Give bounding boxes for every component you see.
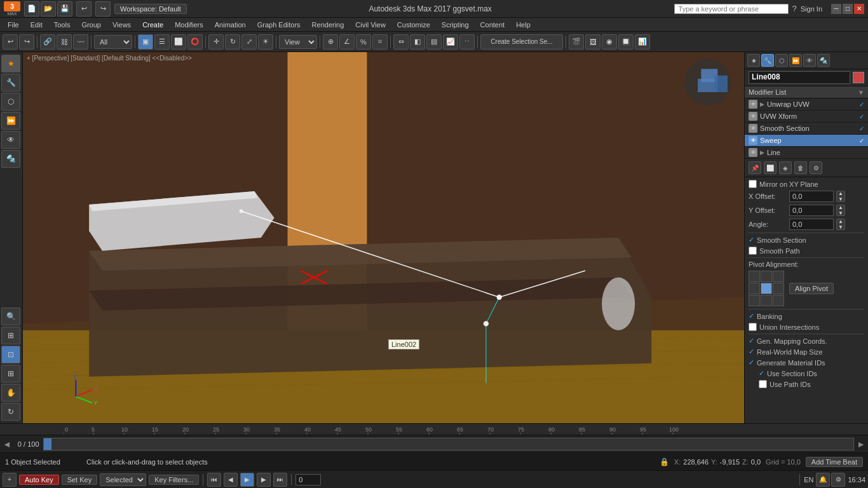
menu-content[interactable]: Content [475,20,510,30]
utilities-panel-icon[interactable]: 🔩 [817,54,830,67]
modifier-unwrap-uvw[interactable]: 👁 ▶ Unwrap UVW ✓ [745,98,868,111]
place-highlight-btn[interactable]: ☀ [258,34,273,50]
configure-modifier-sets-btn[interactable]: ⚙ [810,161,822,174]
gen-material-ids-label[interactable]: Generate Material IDs [757,359,825,367]
banking-label[interactable]: Banking [757,313,782,320]
mirror-btn[interactable]: ⇔ [393,34,409,50]
time-slider-track[interactable] [43,438,855,451]
modifier-uvw-xform[interactable]: 👁 UVW Xform ✓ [745,111,868,123]
material-editor-btn[interactable]: 🔲 [618,34,634,50]
menu-customize[interactable]: Customize [392,20,435,30]
tray-icon-1[interactable]: 🔔 [816,473,830,487]
object-color-swatch[interactable] [853,72,864,83]
add-keys-btn[interactable]: + [3,473,17,487]
render-explorer-btn[interactable]: 📊 [635,34,650,50]
make-unique-btn[interactable]: ◈ [779,161,792,174]
menu-group[interactable]: Group [76,20,106,30]
align-btn[interactable]: ◧ [410,34,425,50]
union-intersections-checkbox[interactable] [749,323,757,331]
menu-file[interactable]: File [3,20,24,30]
time-arrow-left[interactable]: ◄ [0,439,14,449]
align-pivot-btn[interactable]: Align Pivot [789,283,834,294]
real-world-label[interactable]: Real-World Map Size [757,348,823,356]
active-shade-btn[interactable]: ◉ [602,34,617,50]
modify-panel-icon[interactable]: 🔧 [761,54,774,67]
smooth-path-checkbox[interactable] [749,247,757,255]
hierarchy-panel-icon[interactable]: ⬡ [775,54,788,67]
align-bc[interactable] [761,295,772,306]
percent-snap-btn[interactable]: % [356,34,371,50]
menu-tools[interactable]: Tools [49,20,76,30]
use-section-ids-label[interactable]: Use Section IDs [767,370,817,377]
redo-tb-btn[interactable]: ↪ [19,34,34,50]
x-offset-input[interactable] [789,191,834,202]
snap-toggle-btn[interactable]: ⊕ [323,34,338,50]
angle-input[interactable] [789,219,834,230]
object-name-input[interactable]: Line008 [749,71,850,84]
help-icon[interactable]: ? [792,4,797,13]
spinner-snap-btn[interactable]: ⌗ [372,34,388,50]
modifier-eye-3[interactable]: 👁 [749,136,757,145]
search-input[interactable] [674,4,789,14]
auto-key-btn[interactable]: Auto Key [19,475,59,485]
use-path-ids-checkbox[interactable] [759,380,767,388]
align-tc[interactable] [761,271,772,282]
zoom-region-btn[interactable]: ⊞ [1,365,20,383]
go-start-btn[interactable]: ⏮ [207,473,221,487]
zoom-btn[interactable]: 🔍 [1,308,20,325]
zoom-all-btn[interactable]: ⊞ [1,327,20,344]
set-key-filter-dropdown[interactable]: Selected [100,473,146,486]
go-end-btn[interactable]: ⏭ [273,473,287,487]
menu-help[interactable]: Help [511,20,536,30]
filter-dropdown[interactable]: All [94,35,132,49]
menu-create[interactable]: Create [137,20,168,30]
smooth-section-label[interactable]: Smooth Section [757,236,806,244]
modifier-eye-1[interactable]: 👁 [749,112,757,121]
pin-stack-btn[interactable]: 📌 [749,161,761,174]
add-time-beat-btn[interactable]: Add Time Beat [806,457,863,467]
zoom-extents-btn[interactable]: ⊡ [1,346,20,363]
select-move-btn[interactable]: ✛ [208,34,224,50]
undo-btn[interactable]: ↩ [76,1,92,17]
rect-select-btn[interactable]: ⬜ [171,34,186,50]
create-panel-btn[interactable]: ★ [1,55,20,72]
motion-panel-icon[interactable]: ⏩ [789,54,802,67]
y-offset-spinner[interactable]: ▲▼ [836,205,845,216]
schematic-btn[interactable]: ⋅⋅ [459,34,475,50]
selection-set-dropdown[interactable]: Create Selection Se... [480,34,563,50]
menu-civil-view[interactable]: Civil View [350,20,390,30]
align-tr[interactable] [773,271,784,282]
menu-scripting[interactable]: Scripting [437,20,474,30]
utilities-panel-btn[interactable]: 🔩 [1,150,20,168]
close-btn[interactable]: ✕ [854,4,864,14]
create-panel-icon[interactable]: ★ [747,54,760,67]
align-bl[interactable] [749,295,760,306]
menu-animation[interactable]: Animation [210,20,251,30]
curve-editor-btn[interactable]: 📈 [443,34,458,50]
scale-btn[interactable]: ⤢ [241,34,257,50]
modifier-eye-0[interactable]: 👁 [749,100,757,109]
link-btn[interactable]: 🔗 [40,34,55,50]
layer-manager-btn[interactable]: ▤ [426,34,442,50]
unlink-btn[interactable]: ⛓ [57,34,72,50]
gen-mapping-label[interactable]: Gen. Mapping Coords. [757,337,827,345]
mirror-xy-checkbox[interactable] [749,180,757,188]
menu-rendering[interactable]: Rendering [307,20,349,30]
y-offset-input[interactable] [789,205,834,216]
rotate-btn[interactable]: ↻ [225,34,240,50]
hierarchy-panel-btn[interactable]: ⬡ [1,93,20,111]
open-file-btn[interactable]: 📂 [41,1,56,17]
motion-panel-btn[interactable]: ⏩ [1,112,20,130]
pan-btn[interactable]: ✋ [1,384,20,402]
x-offset-spinner[interactable]: ▲▼ [836,191,845,202]
remove-modifier-btn[interactable]: 🗑 [794,161,807,174]
select-name-btn[interactable]: ☰ [154,34,170,50]
show-end-result-btn[interactable]: ⬜ [764,161,776,174]
angle-spinner[interactable]: ▲▼ [836,219,845,230]
modifier-line[interactable]: 👁 ▶ Line [745,147,868,159]
select-obj-btn[interactable]: ▣ [138,34,153,50]
save-file-btn[interactable]: 💾 [57,1,72,17]
modifier-eye-4[interactable]: 👁 [749,148,757,157]
view-dropdown[interactable]: View [279,35,317,49]
modify-panel-btn[interactable]: 🔧 [1,74,20,92]
